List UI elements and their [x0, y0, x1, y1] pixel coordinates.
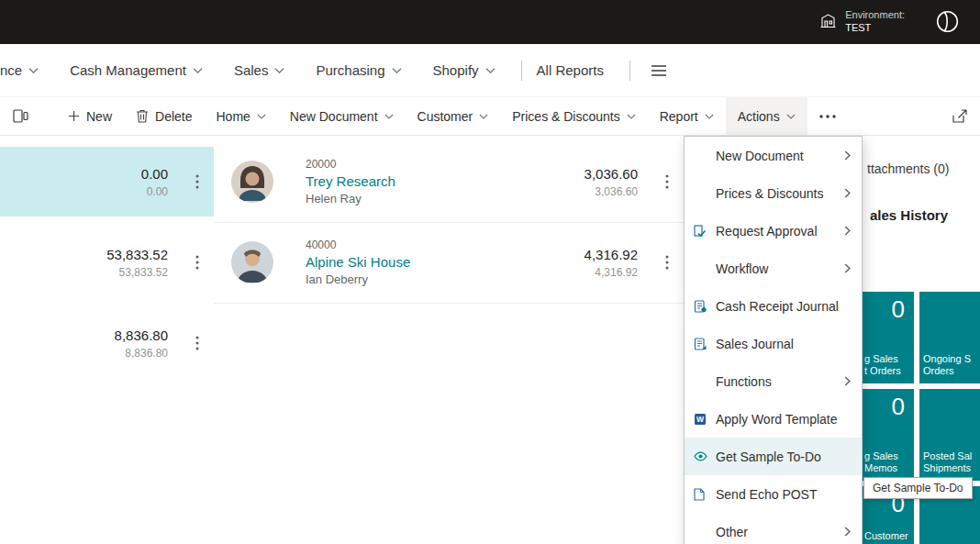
cue-label: Customer	[864, 530, 908, 542]
menu-item-other[interactable]: Other	[685, 513, 862, 544]
row-more-icon[interactable]	[190, 174, 205, 189]
menu-item-apply-word-template[interactable]: W Apply Word Template	[685, 400, 862, 438]
cue-value: 0	[892, 295, 905, 324]
customer-card[interactable]: 40000 Alpine Ski House Ian Deberry 4,316…	[214, 228, 684, 297]
balance-amounts: 53,833.52 53,833.52	[106, 247, 168, 279]
card-amount: 4,316.92	[585, 247, 638, 262]
more-options-button[interactable]	[807, 97, 848, 135]
ellipsis-icon	[819, 115, 836, 118]
nav-divider	[629, 61, 630, 81]
report-menu-button[interactable]: Report	[648, 97, 726, 135]
customer-info: 40000 Alpine Ski House Ian Deberry	[306, 239, 410, 286]
balance-cell-selected[interactable]: 0.00 0.00	[0, 147, 214, 216]
balance-sub-value: 0.00	[141, 185, 168, 198]
customer-avatar	[231, 241, 273, 283]
business-central-app: Environment: TEST nce Cash Management Sa…	[0, 0, 980, 544]
cue-value: 0	[892, 393, 905, 421]
menu-item-workflow[interactable]: Workflow	[685, 250, 862, 287]
cue-label: Posted Sal Shipments	[923, 450, 972, 474]
customer-list-row: 8,836.80 8,836.80	[0, 308, 684, 378]
home-menu-button[interactable]: Home	[204, 97, 277, 135]
balance-sub-value: 8,836.80	[115, 347, 168, 360]
request-approval-icon	[694, 225, 716, 238]
nav-item-purchasing[interactable]: Purchasing	[316, 62, 401, 78]
card-sub-amount: 3,036.60	[585, 185, 638, 198]
balance-cell[interactable]: 8,836.80 8,836.80	[0, 308, 214, 378]
customer-name-link[interactable]: Alpine Ski House	[306, 254, 410, 270]
cue-tile-ongoing-sales-orders-1[interactable]: 0 g Sales t Orders	[861, 292, 914, 383]
environment-indicator[interactable]: Environment: TEST	[819, 8, 905, 34]
actions-menu-button[interactable]: Actions	[726, 97, 807, 135]
customer-name-link[interactable]: Trey Research	[306, 173, 395, 189]
customer-card[interactable]: 20000 Trey Research Helen Ray 3,036.60 3…	[214, 147, 684, 216]
card-sub-amount: 4,316.92	[585, 266, 638, 279]
menu-item-prices-discounts[interactable]: Prices & Discounts	[685, 174, 862, 212]
action-bar: New Delete Home New Document Customer Pr…	[0, 96, 980, 136]
customer-contact: Ian Deberry	[306, 272, 410, 286]
chevron-right-icon	[844, 226, 851, 236]
row-divider	[214, 222, 684, 223]
cue-label: Ongoing S Orders	[923, 353, 971, 377]
menu-item-request-approval[interactable]: Request Approval	[685, 212, 862, 250]
menu-item-functions[interactable]: Functions	[685, 362, 862, 400]
nav-item-sales[interactable]: Sales	[234, 62, 285, 78]
nav-item-all-reports[interactable]: All Reports	[537, 62, 604, 78]
menu-item-new-document[interactable]: New Document	[685, 137, 862, 174]
nav-item-shopify[interactable]: Shopify	[433, 62, 496, 78]
customer-info: 20000 Trey Research Helen Ray	[306, 158, 395, 205]
actions-dropdown-menu: New Document Prices & Discounts Request …	[684, 136, 863, 544]
prices-discounts-menu-button[interactable]: Prices & Discounts	[500, 97, 647, 135]
nav-item-finance[interactable]: nce	[0, 62, 39, 78]
customer-list-row: 0.00 0.00 20000 Trey Research Helen Ray …	[0, 147, 684, 216]
word-template-icon: W	[694, 413, 716, 426]
customer-list-row: 53,833.52 53,833.52 40000 Alpine Ski Hou…	[0, 228, 684, 297]
balance-value: 0.00	[141, 166, 168, 182]
row-more-icon[interactable]	[190, 255, 205, 270]
row-divider	[214, 303, 684, 304]
nav-item-cash-management[interactable]: Cash Management	[70, 62, 203, 78]
chevron-down-icon	[627, 114, 636, 119]
customer-menu-button[interactable]: Customer	[406, 97, 501, 135]
new-document-menu-button[interactable]: New Document	[278, 97, 406, 135]
row-more-icon[interactable]	[190, 336, 205, 350]
dynamics365-logo-icon[interactable]	[936, 10, 960, 34]
menu-icon[interactable]	[645, 59, 673, 83]
delete-button[interactable]: Delete	[124, 97, 204, 135]
share-button[interactable]	[940, 97, 980, 135]
menu-item-sales-journal[interactable]: Sales Journal	[685, 325, 862, 362]
environment-label: Environment:	[845, 8, 905, 21]
customer-contact: Helen Ray	[306, 192, 395, 205]
balance-cell[interactable]: 53,833.52 53,833.52	[0, 228, 214, 297]
balance-value: 53,833.52	[106, 247, 168, 262]
customer-number: 20000	[306, 158, 395, 171]
cue-tile-ongoing-sales-orders-2[interactable]: Ongoing S Orders	[919, 292, 980, 383]
chevron-down-icon	[786, 114, 796, 119]
cue-tile-posted-sales-shipments[interactable]: Posted Sal Shipments	[919, 389, 980, 481]
chevron-right-icon	[844, 263, 851, 273]
environment-building-icon	[819, 13, 837, 28]
menu-item-send-echo-post[interactable]: Send Echo POST	[685, 475, 862, 513]
chevron-down-icon	[485, 68, 496, 73]
menu-item-get-sample-todo[interactable]: Get Sample To-Do	[685, 438, 862, 475]
switch-view-button[interactable]	[2, 97, 39, 135]
send-echo-post-icon	[694, 488, 716, 501]
cue-tile-sales-memos[interactable]: 0 g Sales Memos	[861, 389, 914, 481]
menu-item-cash-receipt-journal[interactable]: Cash Receipt Journal	[685, 287, 862, 325]
balance-value: 8,836.80	[115, 328, 168, 343]
card-more-icon[interactable]	[660, 255, 674, 270]
chevron-down-icon	[384, 114, 394, 119]
chevron-down-icon	[274, 68, 284, 73]
chevron-right-icon	[844, 150, 851, 161]
chevron-down-icon	[193, 68, 203, 73]
new-button[interactable]: New	[56, 97, 124, 135]
card-more-icon[interactable]	[660, 174, 674, 189]
balance-amounts: 0.00 0.00	[141, 166, 168, 198]
attachments-tab[interactable]: ttachments (0)	[867, 161, 949, 176]
svg-text:W: W	[696, 415, 705, 424]
chevron-down-icon	[479, 114, 488, 119]
board-icon	[13, 109, 28, 123]
top-app-bar: Environment: TEST	[0, 0, 980, 44]
sales-history-title: ales History	[870, 207, 948, 223]
card-amounts: 4,316.92 4,316.92	[585, 247, 638, 279]
environment-value: TEST	[845, 21, 905, 34]
